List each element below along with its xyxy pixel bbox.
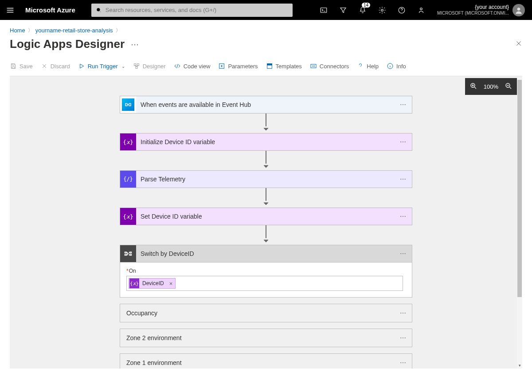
node-title: Initialize Device ID variable [136, 138, 394, 145]
node-more-button[interactable]: ⋯ [394, 176, 412, 183]
switch-on-input[interactable]: {x} DeviceID × [126, 276, 403, 291]
avatar-icon [514, 6, 523, 15]
svg-rect-8 [136, 67, 137, 68]
svg-rect-12 [311, 64, 316, 68]
templates-button[interactable]: Templates [266, 63, 302, 70]
save-icon [10, 63, 17, 70]
play-icon [78, 63, 85, 70]
scrollbar-thumb[interactable] [517, 80, 522, 297]
help-icon [398, 6, 406, 14]
svg-rect-6 [134, 64, 136, 66]
templates-icon [266, 63, 273, 70]
connectors-icon [310, 63, 317, 70]
discard-icon [41, 63, 48, 70]
menu-button[interactable] [0, 6, 20, 14]
info-icon [387, 63, 394, 70]
eventhub-icon [120, 96, 136, 113]
zoom-in-icon [469, 82, 477, 90]
switch-icon [120, 245, 136, 262]
node-title: Set Device ID variable [136, 213, 394, 220]
vertical-scrollbar[interactable]: ▾ [517, 78, 522, 368]
node-more-button[interactable]: ⋯ [394, 334, 412, 341]
svg-rect-21 [130, 255, 132, 255]
breadcrumb: Home 〉 yourname-retail-store-analysis 〉 [10, 20, 522, 34]
variable-icon: {x} [129, 278, 139, 288]
flow-arrow [263, 188, 269, 208]
svg-rect-7 [137, 64, 139, 66]
node-set-variable[interactable]: {x} Set Device ID variable ⋯ [120, 208, 412, 225]
parameters-button[interactable]: Parameters [218, 63, 258, 70]
node-parse-json[interactable]: {/} Parse Telemetry ⋯ [120, 170, 412, 188]
notifications-button[interactable]: 14 [353, 0, 372, 20]
feedback-button[interactable] [411, 0, 431, 20]
settings-button[interactable] [372, 0, 392, 20]
node-case-zone2[interactable]: Zone 2 environment ⋯ [120, 329, 412, 347]
node-more-button[interactable]: ⋯ [394, 250, 412, 257]
help-button[interactable] [392, 0, 411, 20]
cloud-shell-button[interactable] [314, 0, 333, 20]
node-more-button[interactable]: ⋯ [394, 213, 412, 220]
node-case-occupancy[interactable]: Occupancy ⋯ [120, 304, 412, 322]
expression-chip[interactable]: {x} DeviceID × [129, 278, 176, 289]
node-more-button[interactable]: ⋯ [394, 359, 412, 366]
page-more-button[interactable]: ⋯ [131, 39, 139, 49]
node-title: Occupancy [120, 310, 394, 317]
node-title: Zone 2 environment [120, 334, 394, 341]
save-button[interactable]: Save [10, 63, 33, 70]
node-initialize-variable[interactable]: {x} Initialize Device ID variable ⋯ [120, 133, 412, 151]
svg-rect-17 [129, 103, 131, 106]
designer-toolbar: Save Discard Run Trigger ⌄ Designer Code… [10, 53, 522, 76]
discard-button[interactable]: Discard [41, 63, 70, 70]
svg-point-4 [420, 8, 422, 10]
scroll-down-button[interactable]: ▾ [517, 362, 522, 368]
breadcrumb-resource[interactable]: yourname-retail-store-analysis [35, 27, 113, 34]
search-input[interactable] [106, 7, 288, 13]
close-icon [515, 40, 522, 47]
switch-body: *On {x} DeviceID × [120, 262, 412, 297]
connectors-button[interactable]: Connectors [310, 63, 349, 70]
hamburger-icon [6, 6, 14, 14]
search-icon [96, 7, 102, 13]
svg-point-0 [97, 8, 100, 11]
node-more-button[interactable]: ⋯ [394, 310, 412, 317]
flow-arrow [263, 114, 269, 133]
parameters-icon [218, 63, 225, 70]
global-search[interactable] [91, 4, 293, 17]
filter-icon [339, 6, 347, 14]
zoom-out-button[interactable] [505, 82, 512, 91]
node-switch[interactable]: Switch by DeviceID ⋯ *On {x} DeviceID × [120, 245, 412, 298]
node-more-button[interactable]: ⋯ [394, 138, 412, 145]
designer-button[interactable]: Designer [133, 63, 166, 70]
chevron-right-icon: 〉 [28, 27, 33, 34]
svg-point-5 [517, 8, 520, 11]
node-case-zone1[interactable]: Zone 1 environment ⋯ [120, 353, 412, 368]
breadcrumb-home[interactable]: Home [10, 27, 25, 34]
parse-json-icon: {/} [120, 171, 136, 188]
account-name: {your account} [437, 4, 509, 10]
chevron-down-icon: ⌄ [121, 64, 125, 69]
svg-rect-11 [267, 64, 272, 65]
run-trigger-button[interactable]: Run Trigger ⌄ [78, 63, 125, 70]
help-icon [357, 63, 364, 70]
avatar [512, 4, 525, 16]
zoom-in-button[interactable] [469, 82, 477, 91]
code-view-button[interactable]: Code view [174, 63, 211, 70]
toolbar-help-button[interactable]: Help [357, 63, 379, 70]
directories-button[interactable] [333, 0, 353, 20]
account-panel[interactable]: {your account} MICROSOFT (MICROSOFT.ONMI… [431, 4, 532, 16]
chip-remove-button[interactable]: × [167, 280, 176, 287]
node-title: Parse Telemetry [136, 176, 394, 183]
close-button[interactable] [515, 40, 522, 48]
node-trigger[interactable]: When events are available in Event Hub ⋯ [120, 96, 412, 114]
designer-canvas: 100% When events are available in Event … [10, 76, 522, 368]
flow-arrow [263, 225, 269, 245]
info-button[interactable]: Info [387, 63, 406, 70]
svg-rect-18 [125, 252, 127, 253]
flow-arrow [263, 151, 269, 170]
switch-on-label: On [129, 268, 136, 274]
node-more-button[interactable]: ⋯ [394, 101, 412, 108]
zoom-toolbar: 100% [465, 78, 517, 95]
svg-point-2 [381, 9, 383, 11]
svg-rect-1 [321, 8, 327, 12]
node-title: Switch by DeviceID [136, 250, 394, 257]
